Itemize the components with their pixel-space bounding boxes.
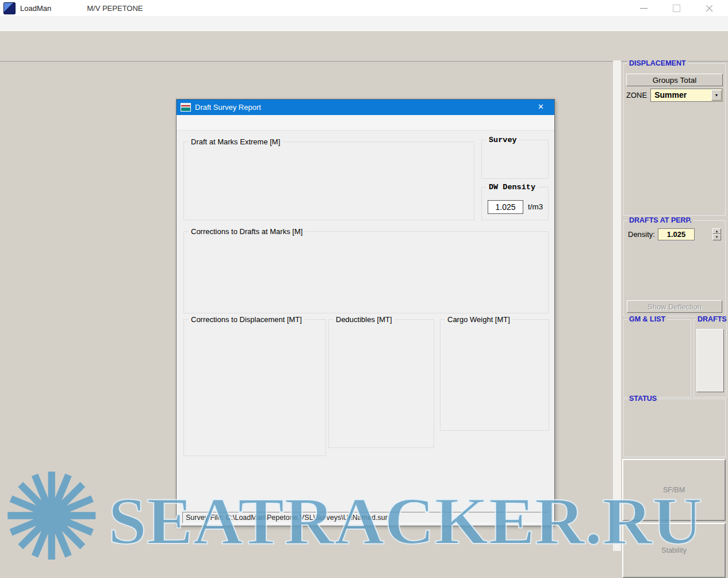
marks-extreme-title: Draft at Marks Extreme [M]: [189, 137, 282, 146]
dialog-menu-bar: [177, 115, 554, 131]
dw-density-title: DW Density: [486, 183, 538, 192]
corrections-displacement-title: Corrections to Displacement [MT]: [189, 315, 304, 324]
zone-label: ZONE: [626, 91, 647, 99]
gm-list-title: GM & LIST: [627, 315, 667, 323]
cargo-weight-group: Cargo Weight [MT]: [440, 319, 549, 431]
status-group: STATUS: [623, 399, 726, 457]
stability-label: Stability: [661, 546, 687, 554]
survey-title: Survey: [486, 136, 519, 144]
cargo-weight-title: Cargo Weight [MT]: [445, 315, 512, 324]
loadman-window: LoadMan M/V PEPETONE DISPLACEMENT Groups…: [0, 0, 728, 578]
survey-file-status: Survey File: C:\LoadMan\Pepetone.VSL\Sur…: [182, 512, 549, 523]
sf-bm-label: SF/BM: [663, 486, 685, 494]
survey-group: Survey: [481, 140, 549, 179]
drafts-at-perp-title: DRAFTS AT PERP.: [627, 216, 693, 224]
show-deflection-button[interactable]: Show Deflection: [627, 300, 722, 313]
sf-bm-panel[interactable]: SF/BM: [622, 459, 726, 521]
corrections-drafts-group: Corrections to Drafts at Marks [M]: [183, 231, 549, 313]
deductibles-title: Deductibles [MT]: [334, 315, 394, 324]
close-icon[interactable]: [706, 5, 713, 12]
titlebar: LoadMan M/V PEPETONE: [0, 0, 728, 16]
stability-panel[interactable]: Stability: [622, 523, 726, 578]
zone-select[interactable]: Summer: [650, 89, 723, 102]
table-right-gap: [613, 60, 621, 551]
maximize-icon[interactable]: [673, 5, 680, 12]
menu-bar: [0, 16, 728, 30]
displacement-title: DISPLACEMENT: [627, 59, 688, 67]
gm-list-group: GM & LIST: [623, 319, 691, 397]
density-label: Density:: [628, 230, 655, 239]
dialog-icon: [181, 103, 191, 112]
toolbar: [0, 30, 728, 62]
app-title: LoadMan: [20, 4, 51, 13]
minimize-icon[interactable]: [640, 8, 647, 9]
draft-survey-dialog: Draft Survey Report Draft at Marks Extre…: [176, 99, 555, 526]
density-spinner[interactable]: ▲▼: [712, 228, 721, 240]
drafts-group: DRAFTS: [693, 319, 727, 397]
dialog-titlebar[interactable]: Draft Survey Report: [177, 99, 554, 115]
watermark-star-icon: ✺: [1, 459, 102, 577]
drafts-at-perp-group: DRAFTS AT PERP. Density: 1.025 ▲▼ Show D…: [623, 220, 726, 316]
dw-density-input[interactable]: 1.025: [488, 200, 523, 214]
corrections-drafts-title: Corrections to Drafts at Marks [M]: [189, 227, 305, 236]
dialog-close-icon[interactable]: [529, 99, 554, 115]
dw-density-group: DW Density 1.025 t/m3: [481, 187, 549, 220]
density-value[interactable]: 1.025: [658, 228, 695, 240]
displacement-group: DISPLACEMENT Groups Total ZONE Summer: [623, 63, 726, 216]
status-title: STATUS: [627, 395, 658, 403]
dw-density-unit: t/m3: [528, 202, 543, 211]
app-icon: [3, 2, 16, 14]
marks-extreme-group: Draft at Marks Extreme [M]: [183, 141, 474, 220]
document-title: M/V PEPETONE: [87, 4, 143, 13]
corrections-displacement-group: Corrections to Displacement [MT]: [183, 319, 326, 456]
groups-total-button[interactable]: Groups Total: [626, 74, 723, 86]
deductibles-group: Deductibles [MT]: [328, 319, 434, 448]
drafts-title: DRAFTS: [696, 315, 728, 323]
dialog-title: Draft Survey Report: [195, 103, 261, 112]
right-panel: DISPLACEMENT Groups Total ZONE Summer DR…: [622, 60, 727, 578]
show-at-marks-button[interactable]: [696, 329, 724, 392]
